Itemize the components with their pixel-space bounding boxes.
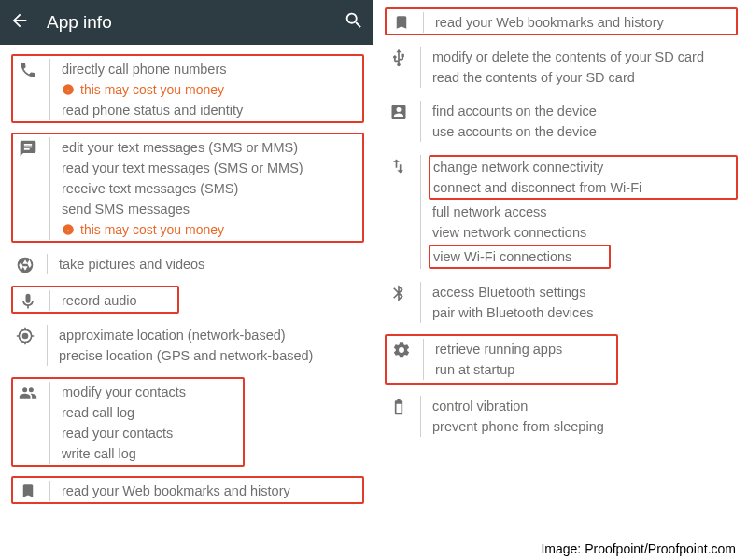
- search-icon[interactable]: [344, 10, 364, 35]
- highlight-box: directly call phone numbers this may cos…: [11, 54, 364, 123]
- perm-item: read your Web bookmarks and history: [62, 481, 361, 501]
- perm-group-mic: record audio: [16, 290, 176, 311]
- perm-item: full network access: [432, 202, 738, 222]
- perm-group-accounts: find accounts on the device use accounts…: [387, 101, 738, 142]
- perm-item: view network connections: [432, 222, 738, 243]
- perm-group-sms: edit your text messages (SMS or MMS) rea…: [16, 137, 361, 240]
- perm-item: write call log: [62, 443, 242, 464]
- location-icon: [13, 325, 37, 345]
- perm-group-camera: take pictures and videos: [13, 254, 364, 274]
- bluetooth-icon: [387, 282, 411, 302]
- image-credit: Image: Proofpoint/Proofpoint.com: [541, 541, 736, 556]
- perm-group-network: change network connectivity connect and …: [387, 155, 738, 269]
- perm-item: find accounts on the device: [432, 101, 738, 121]
- highlight-box: read your Web bookmarks and history: [385, 7, 738, 35]
- perm-item: read your text messages (SMS or MMS): [62, 158, 361, 178]
- right-column: read your Web bookmarks and history modi…: [374, 0, 747, 560]
- app-bar: App info: [0, 0, 374, 45]
- perm-item: read phone status and identity: [62, 100, 361, 120]
- perm-item: read the contents of your SD card: [432, 67, 738, 88]
- battery-icon: [387, 396, 411, 416]
- perm-item: approximate location (network-based): [59, 325, 364, 345]
- perm-item: pair with Bluetooth devices: [432, 302, 738, 323]
- perm-item: edit your text messages (SMS or MMS): [62, 137, 361, 158]
- perm-group-contacts: modify your contacts read call log read …: [16, 382, 242, 464]
- highlight-box: record audio: [11, 286, 179, 314]
- perm-item: modify your contacts: [62, 382, 242, 402]
- highlight-box: edit your text messages (SMS or MMS) rea…: [11, 133, 364, 243]
- perm-item: precise location (GPS and network-based): [59, 345, 364, 366]
- perm-item: use accounts on the device: [432, 121, 738, 142]
- sms-icon: [16, 137, 40, 158]
- perm-item: read call log: [62, 402, 242, 423]
- left-column: App info directly call phone numbers thi…: [0, 0, 374, 560]
- perm-group-running: retrieve running apps run at startup: [389, 339, 615, 380]
- perm-item: prevent phone from sleeping: [432, 416, 738, 437]
- perm-item: control vibration: [432, 396, 738, 416]
- camera-icon: [13, 254, 37, 274]
- perm-item: modify or delete the contents of your SD…: [432, 47, 738, 67]
- perm-item: read your contacts: [62, 423, 242, 443]
- bookmark-icon: [389, 12, 414, 31]
- perm-item: send SMS messages: [62, 199, 361, 219]
- account-icon: [387, 101, 411, 121]
- perm-item: retrieve running apps: [435, 339, 615, 359]
- perm-item: receive text messages (SMS): [62, 178, 361, 199]
- cost-warning: this may cost you money: [62, 79, 361, 100]
- cost-warning: this may cost you money: [62, 219, 361, 240]
- highlight-box: view Wi-Fi connections: [429, 245, 611, 269]
- perm-item: run at startup: [435, 359, 615, 380]
- back-icon[interactable]: [9, 10, 30, 35]
- perm-item: view Wi-Fi connections: [433, 246, 606, 267]
- perm-item: directly call phone numbers: [62, 59, 361, 79]
- perm-item: take pictures and videos: [59, 254, 364, 274]
- network-icon: [387, 155, 411, 175]
- highlight-box: retrieve running apps run at startup: [385, 334, 618, 385]
- perm-group-location: approximate location (network-based) pre…: [13, 325, 364, 366]
- perm-item: access Bluetooth settings: [432, 282, 738, 302]
- highlight-box: read your Web bookmarks and history: [11, 476, 364, 504]
- highlight-box: modify your contacts read call log read …: [11, 377, 245, 467]
- perm-item: change network connectivity: [433, 157, 733, 177]
- perm-item: read your Web bookmarks and history: [435, 12, 735, 33]
- mic-icon: [16, 290, 40, 311]
- perm-group-storage: modify or delete the contents of your SD…: [387, 47, 738, 88]
- perm-item: record audio: [62, 290, 176, 311]
- perm-item: connect and disconnect from Wi-Fi: [433, 177, 733, 198]
- phone-icon: [16, 59, 40, 79]
- perm-group-bookmarks: read your Web bookmarks and history: [389, 12, 735, 33]
- perm-group-bookmarks: read your Web bookmarks and history: [16, 481, 361, 501]
- highlight-box: change network connectivity connect and …: [429, 155, 738, 200]
- perm-group-phone: directly call phone numbers this may cos…: [16, 59, 361, 120]
- gear-icon: [389, 339, 414, 359]
- bookmark-icon: [16, 481, 40, 499]
- appbar-title: App info: [47, 12, 327, 33]
- contacts-icon: [16, 382, 40, 402]
- usb-icon: [387, 47, 411, 67]
- perm-group-bluetooth: access Bluetooth settings pair with Blue…: [387, 282, 738, 323]
- perm-group-battery: control vibration prevent phone from sle…: [387, 396, 738, 437]
